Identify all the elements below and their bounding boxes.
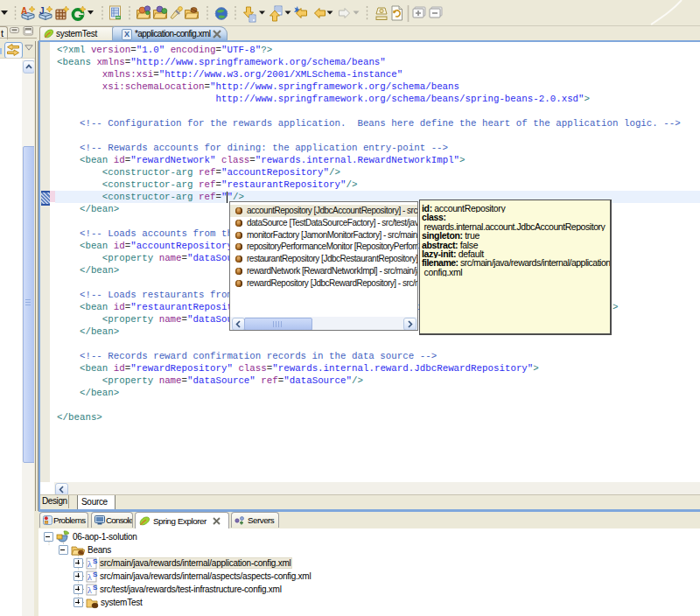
- svg-text:λ: λ: [88, 559, 92, 569]
- svg-text:S: S: [93, 570, 98, 578]
- svg-text:A: A: [21, 6, 27, 16]
- svg-text:S: S: [93, 584, 98, 592]
- svg-text:λ: λ: [88, 585, 92, 595]
- svg-text:S: S: [93, 557, 98, 565]
- svg-text:J: J: [39, 6, 45, 16]
- svg-text:λ: λ: [88, 572, 92, 582]
